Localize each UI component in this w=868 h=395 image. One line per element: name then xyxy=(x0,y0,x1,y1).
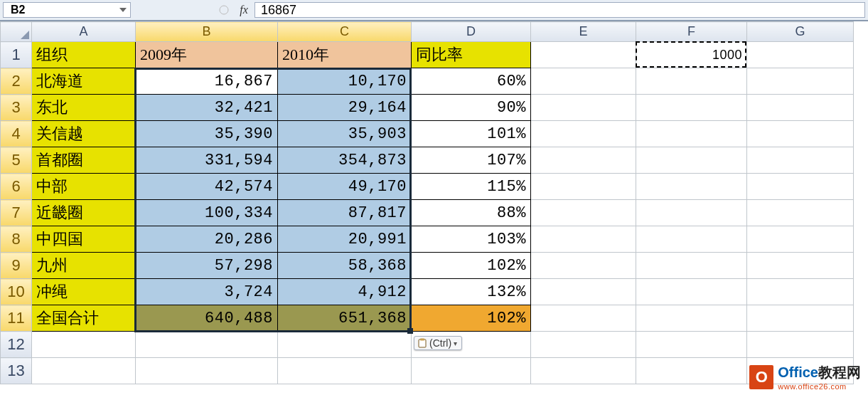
col-header-F[interactable]: F xyxy=(636,22,747,42)
cell-F4[interactable] xyxy=(636,121,747,147)
cell-A6[interactable]: 中部 xyxy=(32,174,136,200)
row-header-5[interactable]: 5 xyxy=(1,147,32,174)
cell-D8[interactable]: 103% xyxy=(412,226,531,253)
col-header-G[interactable]: G xyxy=(747,22,854,42)
cell-F12[interactable] xyxy=(636,332,747,358)
cell-A3[interactable]: 东北 xyxy=(32,95,136,121)
cell-G2[interactable] xyxy=(747,68,854,95)
name-box-dropdown-icon[interactable] xyxy=(118,5,128,15)
cell-F7[interactable] xyxy=(636,200,747,226)
cell-C2[interactable]: 10,170 xyxy=(278,68,412,95)
row-header-8[interactable]: 8 xyxy=(1,226,32,253)
cell-F11[interactable] xyxy=(636,305,747,332)
cell-B1[interactable]: 2009年 xyxy=(136,42,278,68)
col-header-B[interactable]: B xyxy=(136,22,278,42)
fx-icon[interactable]: fx xyxy=(233,4,254,16)
cell-C5[interactable]: 354,873 xyxy=(278,147,412,174)
cell-C12[interactable] xyxy=(278,332,412,358)
cell-G9[interactable] xyxy=(747,253,854,279)
cell-A13[interactable] xyxy=(32,358,136,384)
cell-G5[interactable] xyxy=(747,147,854,174)
row-header-3[interactable]: 3 xyxy=(1,95,32,121)
cell-C8[interactable]: 20,991 xyxy=(278,226,412,253)
cell-F10[interactable] xyxy=(636,279,747,305)
cell-D5[interactable]: 107% xyxy=(412,147,531,174)
cell-A8[interactable]: 中四国 xyxy=(32,226,136,253)
cell-B13[interactable] xyxy=(136,358,278,384)
cell-D3[interactable]: 90% xyxy=(412,95,531,121)
row-header-11[interactable]: 11 xyxy=(1,305,32,332)
cell-E10[interactable] xyxy=(531,279,636,305)
row-header-7[interactable]: 7 xyxy=(1,200,32,226)
cell-G6[interactable] xyxy=(747,174,854,200)
cell-B5[interactable]: 331,594 xyxy=(136,147,278,174)
cell-A9[interactable]: 九州 xyxy=(32,253,136,279)
cell-G7[interactable] xyxy=(747,200,854,226)
cell-C11[interactable]: 651,368 xyxy=(278,305,412,332)
cell-A10[interactable]: 冲绳 xyxy=(32,279,136,305)
formula-input[interactable]: 16867 xyxy=(254,2,865,18)
cell-C13[interactable] xyxy=(278,358,412,384)
cell-B4[interactable]: 35,390 xyxy=(136,121,278,147)
row-header-6[interactable]: 6 xyxy=(1,174,32,200)
cell-A5[interactable]: 首都圈 xyxy=(32,147,136,174)
cell-B2[interactable]: 16,867 xyxy=(136,68,278,95)
cell-E5[interactable] xyxy=(531,147,636,174)
cell-F1[interactable]: 1000 xyxy=(636,42,747,68)
cell-B12[interactable] xyxy=(136,332,278,358)
cell-C6[interactable]: 49,170 xyxy=(278,174,412,200)
cell-D1[interactable]: 同比率 xyxy=(412,42,531,68)
col-header-A[interactable]: A xyxy=(32,22,136,42)
cell-G12[interactable] xyxy=(747,332,854,358)
cell-E1[interactable] xyxy=(531,42,636,68)
cell-A11[interactable]: 全国合计 xyxy=(32,305,136,332)
cell-B10[interactable]: 3,724 xyxy=(136,279,278,305)
row-header-10[interactable]: 10 xyxy=(1,279,32,305)
cell-F3[interactable] xyxy=(636,95,747,121)
spreadsheet-grid[interactable]: A B C D E F G 1 组织 2009年 2010年 同比率 1000 … xyxy=(0,21,868,384)
row-header-13[interactable]: 13 xyxy=(1,358,32,384)
cell-C1[interactable]: 2010年 xyxy=(278,42,412,68)
col-header-E[interactable]: E xyxy=(531,22,636,42)
col-header-D[interactable]: D xyxy=(412,22,531,42)
row-header-9[interactable]: 9 xyxy=(1,253,32,279)
cell-F6[interactable] xyxy=(636,174,747,200)
row-header-12[interactable]: 12 xyxy=(1,332,32,358)
cell-D11[interactable]: 102% xyxy=(412,305,531,332)
cell-C3[interactable]: 29,164 xyxy=(278,95,412,121)
cell-E13[interactable] xyxy=(531,358,636,384)
cell-C9[interactable]: 58,368 xyxy=(278,253,412,279)
cell-B7[interactable]: 100,334 xyxy=(136,200,278,226)
row-header-2[interactable]: 2 xyxy=(1,68,32,95)
cell-D10[interactable]: 132% xyxy=(412,279,531,305)
cell-B3[interactable]: 32,421 xyxy=(136,95,278,121)
cell-F13[interactable] xyxy=(636,358,747,384)
col-header-C[interactable]: C xyxy=(278,22,412,42)
cell-D4[interactable]: 101% xyxy=(412,121,531,147)
cell-E7[interactable] xyxy=(531,200,636,226)
cell-F8[interactable] xyxy=(636,226,747,253)
cell-D7[interactable]: 88% xyxy=(412,200,531,226)
row-header-1[interactable]: 1 xyxy=(1,42,32,68)
cell-E4[interactable] xyxy=(531,121,636,147)
cell-E12[interactable] xyxy=(531,332,636,358)
cell-C7[interactable]: 87,817 xyxy=(278,200,412,226)
cell-G8[interactable] xyxy=(747,226,854,253)
cell-F5[interactable] xyxy=(636,147,747,174)
name-box[interactable]: B2 xyxy=(3,2,131,18)
cell-D2[interactable]: 60% xyxy=(412,68,531,95)
select-all-corner[interactable] xyxy=(1,22,32,42)
cell-E9[interactable] xyxy=(531,253,636,279)
cell-F9[interactable] xyxy=(636,253,747,279)
cell-D9[interactable]: 102% xyxy=(412,253,531,279)
cell-G4[interactable] xyxy=(747,121,854,147)
cell-E11[interactable] xyxy=(531,305,636,332)
cell-C10[interactable]: 4,912 xyxy=(278,279,412,305)
cell-B11[interactable]: 640,488 xyxy=(136,305,278,332)
cell-E2[interactable] xyxy=(531,68,636,95)
cell-G10[interactable] xyxy=(747,279,854,305)
paste-options-tag[interactable]: (Ctrl) ▾ xyxy=(414,336,462,350)
cell-B9[interactable]: 57,298 xyxy=(136,253,278,279)
cell-A7[interactable]: 近畿圈 xyxy=(32,200,136,226)
cell-A1[interactable]: 组织 xyxy=(32,42,136,68)
